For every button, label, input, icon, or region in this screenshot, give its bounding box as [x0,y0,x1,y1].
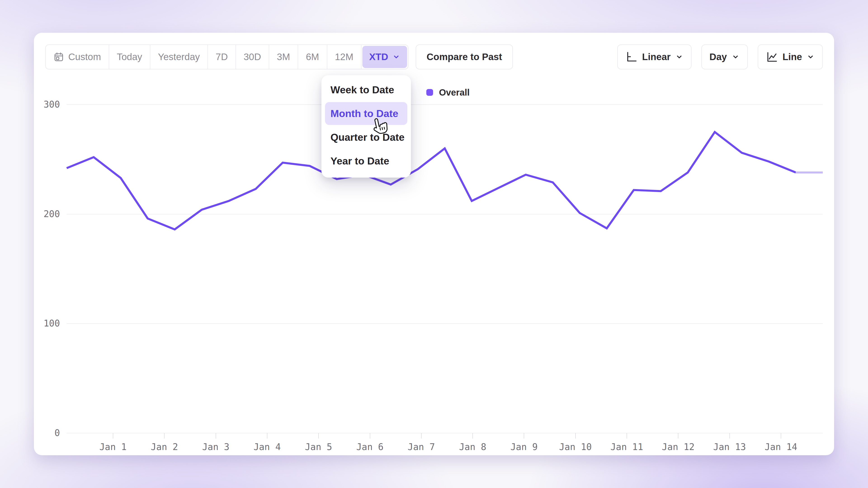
menu-item-month-to-date[interactable]: Month to Date [325,102,407,125]
x-axis-label: Jan 8 [445,442,500,452]
chart-type-dropdown-button[interactable]: Line [758,44,823,69]
scale-dropdown-button[interactable]: Linear [617,44,691,69]
x-axis-label: Jan 12 [651,442,705,452]
y-axis-label-300: 300 [40,99,60,109]
chart-controls: Linear Day Line [617,44,823,69]
x-axis-label: Jan 11 [600,442,654,452]
compare-to-past-button[interactable]: Compare to Past [416,44,513,69]
x-axis-tick [421,433,422,438]
x-axis-tick [113,433,113,438]
x-axis-label: Jan 7 [394,442,448,452]
calendar-icon [53,52,64,62]
x-axis-label: Jan 1 [86,442,140,452]
axis-scale-icon [625,51,638,63]
date-range-button-group: Custom Today Yesterday 7D 30D 3M 6M 12M … [45,44,408,69]
range-button-7d[interactable]: 7D [208,45,236,69]
x-axis-label: Jan 5 [291,442,346,452]
x-axis-tick [781,433,781,438]
series-line-overall [67,132,796,229]
x-axis-tick [267,433,268,438]
legend-item-overall[interactable]: Overall [426,87,470,98]
x-axis-label: Jan 14 [754,442,808,452]
range-button-today[interactable]: Today [109,45,150,69]
x-axis-label: Jan 2 [137,442,191,452]
chart-plot-area[interactable]: 3002001000Jan 1Jan 2Jan 3Jan 4Jan 5Jan 6… [67,105,823,433]
x-axis-label: Jan 4 [240,442,294,452]
period-dropdown-menu: Week to Date Month to Date Quarter to Da… [321,75,411,177]
legend-label: Overall [439,88,470,98]
range-button-30d[interactable]: 30D [236,45,269,69]
x-axis-label: Jan 6 [343,442,397,452]
x-axis-tick [370,433,370,438]
page-background: { "toolbar": { "range_buttons": [ { "lab… [0,0,868,488]
x-axis-tick [164,433,164,438]
x-axis-tick [730,433,730,438]
x-axis-tick [627,433,627,438]
granularity-dropdown-button[interactable]: Day [702,44,748,69]
range-button-yesterday[interactable]: Yesterday [150,45,208,69]
legend-swatch [426,89,433,96]
x-axis-tick [524,433,524,438]
range-button-3m[interactable]: 3M [269,45,298,69]
x-axis-tick [575,433,576,438]
range-button-6m[interactable]: 6M [298,45,327,69]
y-axis-label-100: 100 [40,318,60,328]
chevron-down-icon [732,53,740,61]
chevron-down-icon [392,53,400,61]
y-axis-label-200: 200 [40,209,60,219]
x-axis-tick [678,433,678,438]
menu-item-week-to-date[interactable]: Week to Date [325,78,407,101]
dashboard-card: Custom Today Yesterday 7D 30D 3M 6M 12M … [34,33,834,455]
line-chart-icon [766,51,778,63]
y-axis-label-0: 0 [40,428,60,438]
range-button-custom[interactable]: Custom [46,45,109,69]
chevron-down-icon [675,53,683,61]
x-axis-label: Jan 10 [548,442,602,452]
range-button-xtd[interactable]: XTD [362,46,407,68]
chart-canvas [67,105,823,433]
x-axis-label: Jan 3 [189,442,243,452]
range-button-label: Custom [68,52,101,62]
x-axis-label: Jan 9 [497,442,551,452]
x-axis-tick [318,433,319,438]
chevron-down-icon [807,53,815,61]
toolbar: Custom Today Yesterday 7D 30D 3M 6M 12M … [34,44,834,69]
x-axis-label: Jan 13 [703,442,757,452]
x-axis-tick [472,433,473,438]
menu-item-quarter-to-date[interactable]: Quarter to Date [325,126,407,149]
range-button-12m[interactable]: 12M [327,45,362,69]
x-axis-tick [216,433,216,438]
menu-item-year-to-date[interactable]: Year to Date [325,150,407,172]
